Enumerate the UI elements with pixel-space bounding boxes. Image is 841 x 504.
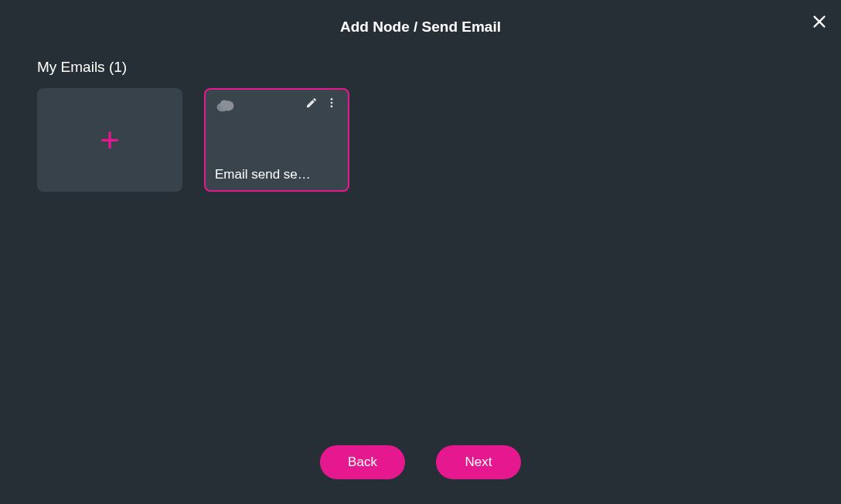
pencil-icon [305,97,318,109]
svg-point-6 [331,102,333,104]
svg-point-7 [331,105,333,107]
more-button[interactable] [325,96,339,110]
next-button[interactable]: Next [436,445,521,479]
section-title: My Emails (1) [37,59,804,76]
modal-container: Add Node / Send Email My Emails (1) + [0,0,841,504]
email-card[interactable]: Email send se… [204,88,349,192]
modal-title: Add Node / Send Email [0,19,841,36]
svg-point-5 [331,98,333,100]
back-button[interactable]: Back [320,445,405,479]
modal-header: Add Node / Send Email [0,0,841,59]
card-top-row [215,96,339,113]
modal-content: My Emails (1) + [0,59,841,445]
dots-vertical-icon [325,97,338,109]
cards-row: + [37,88,804,192]
modal-footer: Back Next [0,445,841,504]
plus-icon: + [100,123,120,157]
add-email-card[interactable]: + [37,88,182,192]
close-button[interactable] [809,11,830,32]
edit-button[interactable] [305,96,318,110]
svg-point-4 [220,100,229,107]
email-card-label: Email send se… [215,167,339,182]
cloud-icon [215,97,237,113]
close-icon [811,13,828,30]
card-actions [305,96,339,110]
